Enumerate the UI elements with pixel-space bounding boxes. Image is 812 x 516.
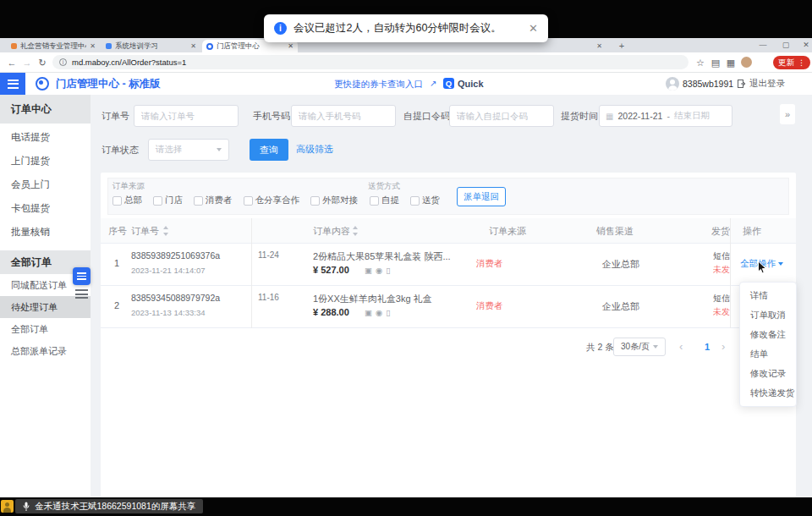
- collapse-filter-button[interactable]: »: [780, 104, 795, 124]
- window-maximize-button[interactable]: ▢: [778, 38, 793, 52]
- menu-item-to-express[interactable]: 转快递发货: [740, 383, 796, 403]
- checkbox-source-external[interactable]: 外部对接: [310, 195, 358, 206]
- favicon: [206, 43, 213, 50]
- date-range-picker[interactable]: ▦ 2022-11-21 - 结束日期: [599, 105, 732, 127]
- search-button[interactable]: 查询: [250, 139, 288, 161]
- cell-order-no: 83859389251069376a: [131, 250, 220, 261]
- checkbox-icon[interactable]: [370, 196, 379, 206]
- sidebar-item-phone-pickup[interactable]: 电话提货: [0, 125, 91, 149]
- user-avatar[interactable]: [666, 77, 679, 91]
- profile-avatar[interactable]: [741, 57, 752, 68]
- calendar-icon: ▦: [606, 112, 613, 121]
- menu-item-details[interactable]: 详情: [740, 286, 796, 305]
- order-icons: [365, 308, 391, 318]
- dispatch-return-button[interactable]: 派单退回: [457, 187, 506, 206]
- menu-item-cancel-order[interactable]: 订单取消: [740, 305, 796, 325]
- cell-source-badge: 消费者: [476, 258, 503, 270]
- tab-close-icon[interactable]: ✕: [90, 42, 96, 50]
- cell-channel: 企业总部: [602, 258, 639, 271]
- pickup-code-input[interactable]: [449, 105, 554, 127]
- checkbox-icon[interactable]: [153, 196, 162, 206]
- checkbox-icon[interactable]: [194, 196, 203, 206]
- page-size-select[interactable]: 30条/页: [613, 338, 666, 356]
- sidebar-item-hq-dispatch-log[interactable]: 总部派单记录: [0, 340, 91, 362]
- new-tab-button[interactable]: +: [616, 40, 628, 52]
- logout-button[interactable]: 退出登录: [738, 73, 785, 95]
- checkbox-source-consumer[interactable]: 消费者: [194, 195, 233, 206]
- bookmark-star-icon[interactable]: ☆: [694, 52, 707, 73]
- checkbox-delivery-ship[interactable]: 送货: [410, 195, 440, 206]
- float-menu-icon[interactable]: [75, 289, 88, 301]
- toast-close-icon[interactable]: ✕: [529, 22, 538, 35]
- checkbox-label: 外部对接: [322, 195, 358, 206]
- checkbox-source-hq[interactable]: 总部: [112, 195, 142, 206]
- phone-input[interactable]: [291, 105, 396, 127]
- app-header: 门店管理中心 - 标准版 更快捷的券卡查询入口 ↗ Q Quick 8385wb…: [0, 73, 812, 95]
- page-number-current[interactable]: 1: [698, 338, 716, 356]
- side-panel-icon[interactable]: ▤: [709, 52, 722, 73]
- quick-entry-link[interactable]: 更快捷的券卡查询入口: [334, 73, 423, 95]
- checkbox-icon[interactable]: [244, 196, 253, 206]
- sidebar-item-batch-verify[interactable]: 批量核销: [0, 220, 91, 244]
- quick-brand: Quick: [458, 73, 484, 95]
- tab-close-icon[interactable]: ✕: [288, 42, 294, 50]
- chevron-down-icon: [778, 262, 783, 266]
- float-widget-button[interactable]: [73, 267, 91, 285]
- sort-icon[interactable]: [163, 226, 170, 236]
- sidebar-item-all-orders[interactable]: 全部订单: [0, 318, 91, 340]
- checkbox-source-store[interactable]: 门店: [153, 195, 183, 206]
- order-no-label: 订单号: [102, 105, 129, 127]
- logout-icon: [738, 80, 746, 88]
- microphone-icon: [23, 502, 30, 512]
- browser-tab-gift-admin[interactable]: 礼盒营销专业管理中心 ✕: [7, 40, 100, 52]
- reload-button[interactable]: ↻: [36, 52, 49, 73]
- mouse-cursor: [757, 261, 768, 275]
- cell-sms-status: 短信: [713, 293, 730, 305]
- logout-label: 退出登录: [749, 78, 785, 90]
- menu-kebab-icon[interactable]: ⋮: [798, 58, 805, 67]
- checkbox-source-warehouse-share[interactable]: 仓分享合作: [244, 195, 300, 206]
- browser-tab-training[interactable]: 系统培训学习 ✕: [102, 40, 200, 52]
- sidebar-section-order-center[interactable]: 订单中心: [0, 95, 91, 124]
- sidebar-item-card-pickup[interactable]: 卡包提货: [0, 196, 91, 220]
- checkbox-icon[interactable]: [112, 196, 122, 206]
- extensions-icon[interactable]: ▦: [724, 52, 738, 73]
- checkbox-icon[interactable]: [310, 196, 320, 206]
- checkbox-icon[interactable]: [410, 196, 420, 206]
- advanced-filter-link[interactable]: 高级筛选: [296, 143, 333, 156]
- site-info-icon[interactable]: i: [59, 58, 67, 66]
- window-minimize-button[interactable]: —: [755, 38, 771, 52]
- checkbox-delivery-self-pickup[interactable]: 自提: [370, 195, 399, 206]
- back-button[interactable]: ←: [5, 52, 19, 73]
- sort-icon[interactable]: [353, 226, 359, 236]
- checkbox-label: 仓分享合作: [255, 195, 300, 206]
- col-shipping: 发货信息: [711, 218, 730, 244]
- window-close-button[interactable]: ✕: [798, 38, 812, 52]
- actions-dropdown-menu: 详情 订单取消 修改备注 结单 修改记录 转快递发货: [739, 282, 797, 407]
- tab-close-icon[interactable]: ✕: [596, 42, 602, 50]
- app-title: 门店管理中心 - 标准版: [56, 73, 161, 95]
- favicon: [11, 43, 17, 49]
- cell-sms-status: 短信: [713, 250, 730, 262]
- menu-item-edit-history[interactable]: 修改记录: [740, 364, 796, 383]
- col-source: 订单来源: [489, 218, 526, 244]
- order-status-select[interactable]: 请选择: [148, 139, 229, 161]
- username[interactable]: 8385wb1991: [683, 73, 733, 95]
- quick-logo-icon: Q: [443, 78, 454, 89]
- order-no-input[interactable]: [134, 105, 239, 127]
- sidebar-item-door-pickup[interactable]: 上门提货: [0, 149, 91, 173]
- table-header: 序号 订单号 订单内容 订单来源 销售渠道 发货信息 操作: [101, 218, 796, 244]
- address-bar[interactable]: i md.maboy.cn/AllOrder?status=1: [52, 55, 689, 69]
- screen-share-indicator[interactable]: 金禾通技术王斌18662591081的屏幕共享: [15, 499, 203, 513]
- menu-item-edit-remark[interactable]: 修改备注: [740, 325, 796, 344]
- next-page-button[interactable]: ›: [721, 337, 725, 357]
- sidebar-item-member-visit[interactable]: 会员上门: [0, 173, 91, 196]
- menu-toggle-button[interactable]: [0, 73, 25, 95]
- collapse-icon: »: [785, 109, 790, 119]
- tab-close-icon[interactable]: ✕: [190, 42, 196, 50]
- phone-icon: [386, 308, 390, 318]
- forward-button[interactable]: →: [20, 52, 34, 73]
- prev-page-button[interactable]: ‹: [679, 337, 683, 357]
- chrome-update-button[interactable]: 更新 ⋮: [773, 56, 810, 69]
- menu-item-close-order[interactable]: 结单: [740, 344, 796, 364]
